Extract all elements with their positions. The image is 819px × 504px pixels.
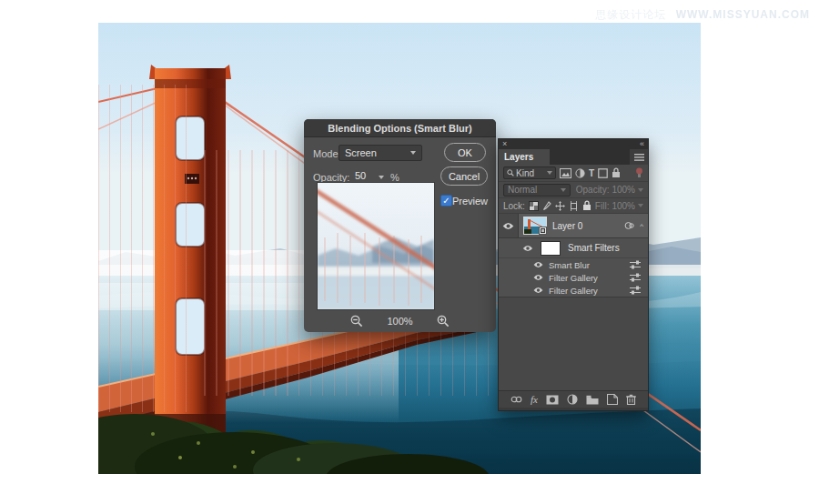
filter-row: Kind T — [499, 165, 648, 182]
filter-blend-options-icon[interactable] — [630, 286, 641, 295]
blending-options-dialog: Blending Options (Smart Blur) Mode: Scre… — [304, 119, 496, 332]
panel-opacity-label: Opacity: — [576, 185, 610, 195]
visibility-eye-icon[interactable] — [499, 214, 519, 237]
preview-image — [318, 183, 434, 309]
smart-filters-block: Smart Filters Smart Blur Filter Ga — [499, 238, 648, 297]
opacity-chevron-icon[interactable] — [379, 176, 384, 179]
lock-transparency-icon[interactable] — [529, 201, 539, 211]
smart-object-badge-icon — [539, 227, 547, 235]
add-mask-icon[interactable] — [546, 395, 559, 405]
visibility-eye-icon[interactable] — [533, 261, 543, 268]
filter-item-label[interactable]: Smart Blur — [549, 260, 630, 270]
collapse-panel-icon[interactable]: « — [640, 140, 644, 148]
filter-item-row[interactable]: Filter Gallery — [499, 271, 648, 284]
layer-row-layer0[interactable]: Layer 0 ^ — [499, 214, 648, 238]
preview-checkbox[interactable]: ✓ — [440, 195, 452, 207]
new-layer-icon[interactable] — [607, 394, 618, 405]
visibility-eye-icon[interactable] — [533, 274, 543, 281]
tab-layers[interactable]: Layers — [499, 149, 550, 165]
dialog-titlebar[interactable]: Blending Options (Smart Blur) — [304, 119, 496, 137]
filter-smart-object-icon[interactable] — [612, 167, 621, 178]
new-group-folder-icon[interactable] — [586, 395, 599, 405]
layer0-selected-area[interactable]: Layer 0 ^ — [519, 214, 648, 237]
zoom-level: 100% — [387, 316, 412, 327]
layers-panel-footer: fx — [499, 390, 648, 408]
chevron-down-icon — [547, 171, 552, 175]
panel-menu-icon[interactable] — [630, 149, 648, 165]
layer0-name[interactable]: Layer 0 — [552, 221, 624, 231]
suspender-streaks-left — [98, 85, 197, 412]
visibility-eye-icon[interactable] — [533, 287, 543, 294]
link-layers-icon[interactable] — [511, 396, 522, 403]
filter-item-row[interactable]: Filter Gallery — [499, 284, 648, 297]
lock-position-icon[interactable] — [555, 201, 565, 211]
blend-row: Normal Opacity: 100% — [499, 182, 648, 198]
preview-checkbox-label: Preview — [452, 196, 488, 207]
lock-artboard-icon[interactable] — [569, 201, 579, 211]
mode-select[interactable]: Screen — [339, 145, 422, 161]
chevron-down-icon — [638, 188, 643, 192]
blend-mode-value: Normal — [508, 185, 561, 195]
collapse-filters-icon[interactable]: ^ — [640, 222, 643, 230]
layers-list: Layer 0 ^ Smart Filters — [499, 214, 648, 297]
preview-thumbnail[interactable] — [317, 182, 435, 310]
watermark-cn-text: 思缘设计论坛 — [595, 8, 666, 21]
tab-layers-label: Layers — [504, 152, 533, 162]
filter-blend-options-icon[interactable] — [630, 273, 641, 282]
panel-resize-strip[interactable] — [499, 408, 648, 410]
preview-zoom-controls: 100% — [304, 312, 496, 330]
fill-label: Fill: — [595, 201, 610, 211]
filter-toggle[interactable] — [635, 167, 643, 178]
search-icon — [507, 169, 514, 176]
panel-opacity-value[interactable]: 100% — [612, 185, 635, 195]
lock-row: Lock: Fill: 100% — [499, 198, 648, 214]
fill-value[interactable]: 100% — [612, 201, 635, 211]
blend-mode-select[interactable]: Normal — [503, 184, 571, 197]
lock-label: Lock: — [503, 201, 525, 211]
filter-mask-thumbnail[interactable] — [541, 241, 561, 256]
zoom-out-icon[interactable] — [350, 315, 363, 328]
layers-panel: × « Layers Kind — [498, 138, 649, 411]
smart-filter-badge-icon — [624, 221, 635, 230]
delete-layer-trash-icon[interactable] — [626, 394, 636, 405]
smart-filters-label: Smart Filters — [568, 243, 620, 253]
mode-value: Screen — [345, 147, 410, 158]
lock-pixels-icon[interactable] — [542, 201, 551, 211]
dialog-title: Blending Options (Smart Blur) — [328, 123, 471, 134]
chevron-down-icon — [561, 188, 566, 192]
filter-item-label[interactable]: Filter Gallery — [549, 286, 630, 296]
filter-pixel-layers-icon[interactable] — [560, 168, 571, 178]
mode-label: Mode: — [313, 148, 341, 159]
layer-style-fx-icon[interactable]: fx — [531, 394, 538, 405]
filter-item-row[interactable]: Smart Blur — [499, 258, 648, 271]
close-icon[interactable]: × — [502, 140, 507, 148]
watermark-url-text: WWW.MISSYUAN.COM — [676, 8, 810, 21]
check-icon: ✓ — [442, 196, 450, 206]
chevron-down-icon — [410, 151, 416, 155]
chevron-down-icon — [638, 204, 643, 207]
zoom-in-icon[interactable] — [437, 315, 450, 328]
panel-group-bar: × « — [499, 139, 648, 149]
visibility-eye-icon[interactable] — [522, 245, 533, 252]
watermark: 思缘设计论坛 WWW.MISSYUAN.COM — [595, 7, 810, 23]
ok-button[interactable]: OK — [444, 143, 486, 162]
lock-all-icon[interactable] — [582, 200, 592, 211]
adjustment-layer-icon[interactable] — [567, 394, 578, 405]
filter-shape-icon[interactable] — [598, 168, 608, 178]
cancel-button[interactable]: Cancel — [440, 166, 488, 186]
layer0-thumbnail[interactable] — [523, 217, 547, 235]
smart-filters-row[interactable]: Smart Filters — [499, 238, 648, 258]
panel-tabrow: Layers — [499, 149, 648, 165]
filter-blend-options-icon[interactable] — [630, 260, 641, 269]
kind-filter-select[interactable]: Kind — [503, 166, 556, 179]
filter-item-label[interactable]: Filter Gallery — [549, 273, 630, 283]
kind-filter-value: Kind — [516, 168, 545, 178]
filter-adjustment-icon[interactable] — [575, 168, 585, 178]
filter-type-icon[interactable]: T — [589, 168, 594, 178]
